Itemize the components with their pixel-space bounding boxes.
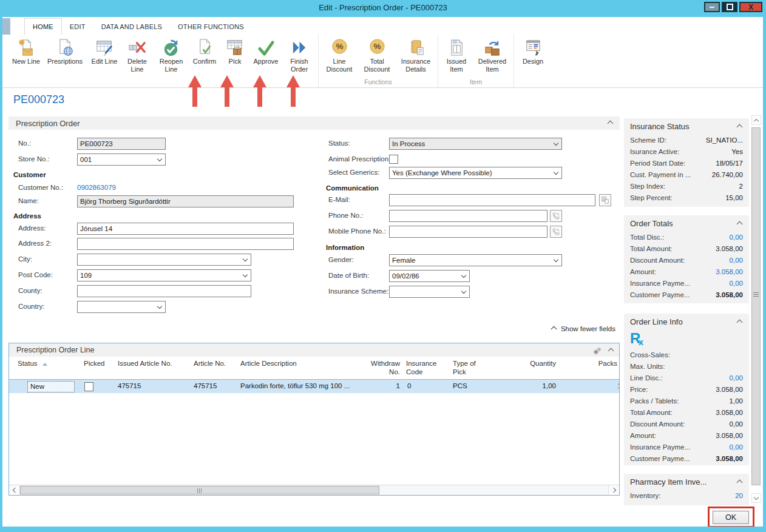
total-discount-button[interactable]: % Total Discount xyxy=(358,37,396,75)
county-field[interactable] xyxy=(77,285,251,297)
collapse-icon[interactable] xyxy=(608,348,614,354)
delivered-item-button[interactable]: Delivered Item xyxy=(473,37,512,75)
date-of-birth-combo[interactable]: 09/02/86 xyxy=(389,270,470,282)
select-generics-combo[interactable]: Yes (Exchange Where Possible) xyxy=(389,167,562,179)
col-status[interactable]: Status xyxy=(18,359,60,368)
email-assist-button[interactable] xyxy=(599,194,611,206)
button-label: Design xyxy=(523,58,543,66)
settings-gears-icon[interactable] xyxy=(592,346,603,356)
name-field[interactable] xyxy=(77,195,294,207)
insurance-details-button[interactable]: Insurance Details xyxy=(396,37,436,75)
tab-home[interactable]: HOME xyxy=(24,18,62,35)
post-code-label: Post Code: xyxy=(18,271,53,278)
factbox-header[interactable]: Pharmacy Item Inve... xyxy=(624,474,749,490)
country-combo[interactable] xyxy=(77,301,166,313)
issued-article-no-cell: 475715 xyxy=(118,382,154,389)
discount-amount-value[interactable]: 0,00 xyxy=(730,257,743,264)
ribbon-group-label-item: Item xyxy=(440,78,512,87)
maximize-button[interactable] xyxy=(722,2,737,12)
col-picked[interactable]: Picked xyxy=(84,359,114,368)
fasttab-prescription-order-header[interactable]: Prescription Order xyxy=(8,116,620,130)
collapse-icon[interactable] xyxy=(608,121,614,127)
window-body: HOME EDIT DATA AND LABELS OTHER FUNCTION… xyxy=(2,17,763,527)
show-fewer-fields-link[interactable]: Show fewer fields xyxy=(524,325,615,332)
col-issued-article-no[interactable]: Issued Article No. xyxy=(118,359,188,368)
scroll-left-button[interactable] xyxy=(9,485,20,495)
close-button[interactable]: X xyxy=(739,2,762,12)
col-article-no[interactable]: Article No. xyxy=(194,359,242,368)
phone-call-button[interactable] xyxy=(550,210,562,222)
email-field[interactable] xyxy=(389,194,595,206)
mobile-call-button[interactable] xyxy=(550,226,562,238)
post-code-combo[interactable]: 109 xyxy=(77,269,251,281)
grid-column-headers: Status Picked Issued Article No. Article… xyxy=(9,357,619,380)
button-label: Confirm xyxy=(193,58,217,66)
no-field[interactable] xyxy=(77,138,166,150)
col-packs[interactable]: Packs xyxy=(583,359,617,368)
scrollbar-thumb[interactable] xyxy=(20,486,379,494)
prescriptions-button[interactable]: Presriptions xyxy=(42,37,88,67)
minimize-button[interactable] xyxy=(704,2,720,12)
vertical-scrollbar[interactable] xyxy=(751,115,761,503)
insurance-payment-value[interactable]: 0,00 xyxy=(730,443,743,451)
collapse-icon[interactable] xyxy=(737,320,743,326)
fasttab-prescription-order-line-header[interactable]: Prescription Order Line xyxy=(9,343,619,357)
status-cell[interactable]: New xyxy=(27,381,75,392)
address2-field[interactable] xyxy=(77,238,294,250)
pick-button[interactable]: Pick xyxy=(220,37,249,67)
animal-prescription-checkbox[interactable] xyxy=(389,155,398,164)
factbox-header[interactable]: Insurance Status xyxy=(624,118,749,134)
collapse-icon[interactable] xyxy=(737,480,743,486)
select-generics-value: Yes (Exchange Where Possible) xyxy=(392,169,492,177)
scroll-up-button[interactable] xyxy=(751,115,761,125)
design-button[interactable]: Design xyxy=(516,37,550,67)
collapse-icon[interactable] xyxy=(737,124,743,130)
titlebar: Edit - Prescription Order - PE000723 X xyxy=(0,0,766,17)
col-article-description[interactable]: Article Description xyxy=(240,359,362,368)
window: Edit - Prescription Order - PE000723 X H… xyxy=(0,0,766,532)
scroll-right-button[interactable] xyxy=(608,485,619,495)
factbox-header[interactable]: Order Line Info xyxy=(624,314,749,329)
grid-row-1[interactable]: New 475715 475715 Parkodin forte, töflur… xyxy=(9,380,619,393)
issued-item-button[interactable]: Issued Item xyxy=(440,37,473,75)
amount-value[interactable]: 3.058,00 xyxy=(716,268,743,275)
tab-edit[interactable]: EDIT xyxy=(62,18,93,35)
approve-button[interactable]: Approve xyxy=(249,37,282,67)
col-type-of-pick[interactable]: Type of Pick xyxy=(453,359,483,376)
gender-combo[interactable]: Female xyxy=(389,254,562,266)
tab-other-functions[interactable]: OTHER FUNCTIONS xyxy=(170,18,252,35)
edit-line-button[interactable]: Edit Line xyxy=(88,37,121,67)
finish-order-button[interactable]: Finish Order xyxy=(282,37,316,75)
col-quantity[interactable]: Quantity xyxy=(495,359,556,368)
customer-no-link[interactable]: 0902863079 xyxy=(77,184,116,191)
factbox-header[interactable]: Order Totals xyxy=(624,215,749,231)
col-withdraw-no[interactable]: Withdraw No. xyxy=(365,359,400,376)
picked-checkbox[interactable] xyxy=(84,382,93,391)
horizontal-scrollbar[interactable] xyxy=(9,485,619,495)
delete-line-button[interactable]: Delete Line xyxy=(121,37,154,75)
col-insurance-code[interactable]: Insurance Code xyxy=(406,359,442,376)
reopen-line-button[interactable]: Reopen Line xyxy=(154,37,189,75)
chevron-down-icon xyxy=(554,170,558,175)
scroll-down-button[interactable] xyxy=(751,493,761,503)
annotation-arrow-approve xyxy=(253,75,266,107)
scrollbar-thumb[interactable] xyxy=(751,127,761,485)
confirm-button[interactable]: Confirm xyxy=(189,37,220,67)
line-discount-button[interactable]: % Line Discount xyxy=(320,37,358,75)
status-combo[interactable]: In Process xyxy=(389,138,562,150)
insurance-payment-value[interactable]: 0,00 xyxy=(730,280,743,287)
tab-data-and-labels[interactable]: DATA AND LABELS xyxy=(93,18,170,35)
insurance-scheme-combo[interactable] xyxy=(389,286,470,298)
mobile-phone-no-field[interactable] xyxy=(389,226,547,238)
new-line-button[interactable]: New Line xyxy=(10,37,42,67)
app-menu-button[interactable] xyxy=(2,18,10,35)
store-no-combo[interactable]: 001 xyxy=(77,153,166,166)
phone-no-field[interactable] xyxy=(389,210,547,222)
address-field[interactable] xyxy=(77,223,294,235)
ok-button[interactable]: OK xyxy=(713,511,749,524)
city-combo[interactable] xyxy=(77,254,251,266)
total-disc-value[interactable]: 0,00 xyxy=(730,234,743,241)
collapse-icon[interactable] xyxy=(737,221,743,227)
inventory-value[interactable]: 20 xyxy=(735,492,743,499)
line-disc-value[interactable]: 0,00 xyxy=(730,374,743,382)
